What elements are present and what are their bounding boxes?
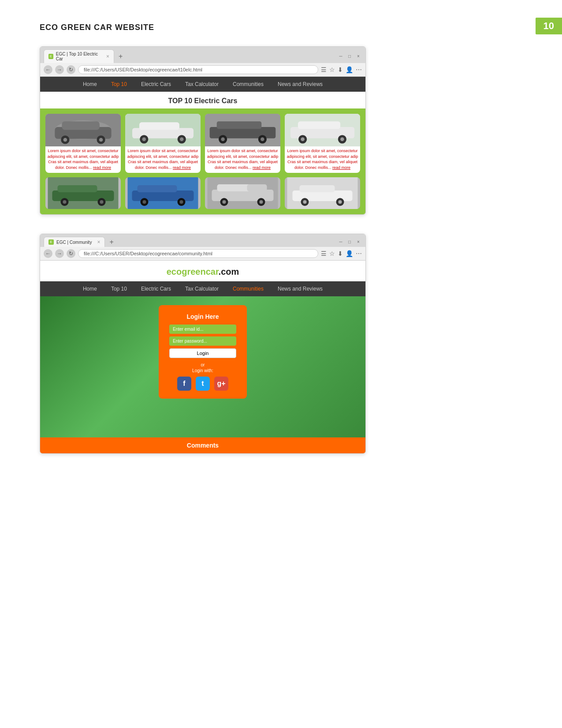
svg-point-28 <box>340 137 344 141</box>
download-icon-2: ⬇ <box>338 250 343 257</box>
browser-window-2: E EGC | Community × + ─ □ × ← → ↻ file:/… <box>40 234 366 454</box>
maximize-button-2[interactable]: □ <box>346 239 353 246</box>
svg-point-21 <box>261 137 264 141</box>
svg-rect-53 <box>300 185 335 192</box>
svg-point-13 <box>142 137 146 141</box>
window-controls-2: ─ □ × <box>337 239 362 246</box>
browser-tab-bar-2: E EGC | Community × + ─ □ × <box>40 234 365 247</box>
nav-tax-1[interactable]: Tax Calculator <box>178 77 226 92</box>
refresh-button-2[interactable]: ↻ <box>67 249 75 258</box>
nav-electric-1[interactable]: Electric Cars <box>134 77 178 92</box>
car-image-8 <box>285 177 360 209</box>
facebook-icon[interactable]: f <box>177 377 191 391</box>
password-input[interactable] <box>169 336 236 346</box>
comments-bar[interactable]: Comments <box>40 437 365 453</box>
read-more-2[interactable]: read more <box>173 165 191 170</box>
new-tab-button-1[interactable]: + <box>117 52 124 60</box>
svg-point-27 <box>301 137 305 141</box>
back-button-2[interactable]: ← <box>44 249 52 258</box>
window-controls-1: ─ □ × <box>337 53 362 60</box>
minimize-button-1[interactable]: ─ <box>337 53 344 60</box>
svg-rect-46 <box>247 184 267 191</box>
nav-news-1[interactable]: News and Reviews <box>271 77 330 92</box>
twitter-icon[interactable]: t <box>196 377 210 391</box>
close-button-1[interactable]: × <box>355 53 362 60</box>
page-number-badge: 10 <box>536 18 562 34</box>
svg-point-56 <box>303 200 307 204</box>
new-tab-button-2[interactable]: + <box>108 238 115 246</box>
more-icon-2[interactable]: ⋯ <box>356 250 362 257</box>
car-card-3: Lorem ipsum dolor sit amet, consectetur … <box>205 114 280 173</box>
browser-tab-bar-1: E EGC | Top 10 Electric Car × + ─ □ × <box>40 47 365 63</box>
car-desc-2: Lorem ipsum dolor sit amet, consectetur … <box>125 146 201 173</box>
browser-actions-2: ☰ ☆ ⬇ 👤 ⋯ <box>321 250 362 257</box>
profile-icon: 👤 <box>346 66 353 73</box>
tab-close-2[interactable]: × <box>97 239 100 245</box>
close-button-2[interactable]: × <box>355 239 362 246</box>
svg-point-49 <box>223 200 226 204</box>
doc-title: ECO GREEN CAR WEBSITE <box>40 23 154 32</box>
car-grid-top: Lorem ipsum dolor sit amet, consectetur … <box>45 114 360 173</box>
reader-icon: ☰ <box>321 66 327 73</box>
nav-home-1[interactable]: Home <box>76 77 104 92</box>
car-card-2: Lorem ipsum dolor sit amet, consectetur … <box>125 114 201 173</box>
car-image-7 <box>205 177 280 209</box>
nav-tax-2[interactable]: Tax Calculator <box>178 281 226 296</box>
address-bar-2[interactable]: file:///C:/Users/USER/Desktop/ecogreenca… <box>78 249 318 258</box>
tab-label-1: EGC | Top 10 Electric Car <box>56 52 101 61</box>
logo-eco: ecogreencar <box>167 267 219 276</box>
car-card-1: Lorem ipsum dolor sit amet, consectetur … <box>45 114 121 173</box>
login-button[interactable]: Login <box>169 348 236 358</box>
svg-rect-24 <box>298 121 340 129</box>
address-bar-1[interactable]: file:///C:/Users/USER/Desktop/ecogreenca… <box>78 65 318 74</box>
tab-favicon-1: E <box>48 54 53 59</box>
read-more-1[interactable]: read more <box>93 165 111 170</box>
gplus-icon[interactable]: g+ <box>214 377 228 391</box>
svg-point-14 <box>180 137 184 141</box>
bookmark-icon-2[interactable]: ☆ <box>329 250 335 257</box>
nav-news-2[interactable]: News and Reviews <box>271 281 330 296</box>
profile-icon-2: 👤 <box>346 250 353 257</box>
maximize-button-1[interactable]: □ <box>346 53 353 60</box>
car-image-5 <box>45 177 121 209</box>
svg-point-50 <box>260 200 263 204</box>
site-logo: ecogreencar.com <box>40 261 365 281</box>
car-image-4 <box>285 114 360 146</box>
forward-button-2[interactable]: → <box>55 249 64 258</box>
browser-actions-1: ☰ ☆ ⬇ 👤 ⋯ <box>321 66 362 73</box>
nav-electric-2[interactable]: Electric Cars <box>134 281 178 296</box>
more-icon[interactable]: ⋯ <box>356 66 362 73</box>
svg-point-35 <box>100 200 104 204</box>
forward-button-1[interactable]: → <box>55 65 64 74</box>
minimize-button-2[interactable]: ─ <box>337 239 344 246</box>
browser-window-1: E EGC | Top 10 Electric Car × + ─ □ × ← … <box>40 46 366 215</box>
tab-favicon-2: E <box>48 239 54 245</box>
read-more-4[interactable]: read more <box>332 165 350 170</box>
svg-point-41 <box>143 200 146 204</box>
bookmark-icon[interactable]: ☆ <box>329 66 335 73</box>
browser-tab-2[interactable]: E EGC | Community × <box>44 237 105 247</box>
browser-tab-1[interactable]: E EGC | Top 10 Electric Car × <box>44 49 114 63</box>
read-more-3[interactable]: read more <box>253 165 271 170</box>
back-button-1[interactable]: ← <box>44 65 52 74</box>
car-card-4: Lorem ipsum dolor sit amet, consectetur … <box>285 114 360 173</box>
svg-rect-3 <box>62 121 99 130</box>
nav-top10-1[interactable]: Top 10 <box>104 77 134 92</box>
nav-top10-2[interactable]: Top 10 <box>104 281 134 296</box>
refresh-button-1[interactable]: ↻ <box>67 65 75 74</box>
browser-controls-1: ← → ↻ file:///C:/Users/USER/Desktop/ecog… <box>40 63 365 76</box>
svg-point-6 <box>63 138 67 142</box>
nav-communities-2[interactable]: Communities <box>226 281 271 296</box>
logo-com: .com <box>219 267 239 276</box>
browser-chrome-2: E EGC | Community × + ─ □ × ← → ↻ file:/… <box>40 234 365 261</box>
reader-icon-2: ☰ <box>321 250 327 257</box>
car-image-2 <box>125 114 201 146</box>
browser-chrome-1: E EGC | Top 10 Electric Car × + ─ □ × ← … <box>40 47 365 77</box>
email-input[interactable] <box>169 325 236 334</box>
nav-home-2[interactable]: Home <box>76 281 104 296</box>
nav-communities-1[interactable]: Communities <box>226 77 271 92</box>
tab-close-1[interactable]: × <box>106 53 109 60</box>
site-content-2: ecogreencar.com Home Top 10 Electric Car… <box>40 261 365 453</box>
car-desc-3: Lorem ipsum dolor sit amet, consectetur … <box>205 146 280 173</box>
car-desc-4: Lorem ipsum dolor sit amet, consectetur … <box>285 146 360 173</box>
